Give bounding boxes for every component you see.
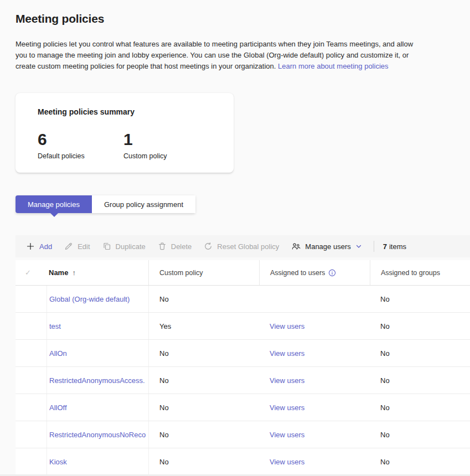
column-header-assigned-groups: Assigned to groups <box>370 260 470 285</box>
policy-name-cell: AllOn <box>47 340 148 366</box>
table-row[interactable]: Global (Org-wide default) No No <box>16 286 470 313</box>
stat-custom-policy: 1 Custom policy <box>123 131 209 160</box>
assigned-groups-cell: No <box>370 286 470 312</box>
policy-name-cell: test <box>47 313 148 339</box>
toolbar: Add Edit Duplicate Delete Reset Global p… <box>16 235 470 257</box>
column-header-assigned-users-label: Assigned to users <box>270 269 325 277</box>
stat-default-policies: 6 Default policies <box>38 131 123 160</box>
items-count-label: items <box>389 242 406 251</box>
delete-button-label: Delete <box>171 242 192 251</box>
custom-policy-cell: No <box>148 367 259 394</box>
custom-policy-cell: No <box>148 421 259 448</box>
assigned-users-cell: View users <box>259 313 370 339</box>
plus-icon <box>26 242 35 251</box>
custom-policy-cell: No <box>148 286 259 312</box>
policy-name-cell: Global (Org-wide default) <box>47 286 148 312</box>
manage-users-label: Manage users <box>305 242 350 251</box>
custom-policy-cell: No <box>148 394 259 421</box>
table-row[interactable]: RestrictedAnonymousNoReco No View users … <box>16 421 470 448</box>
custom-policy-cell: No <box>148 448 259 475</box>
description-line: Meeting policies let you control what fe… <box>16 39 454 50</box>
table-row[interactable]: AllOff No View users No <box>16 394 470 421</box>
stat-label: Custom policy <box>123 152 209 160</box>
assigned-users-cell: View users <box>259 448 370 475</box>
table-header: ✓ Name ↑ Custom policy Assigned to users… <box>16 260 470 286</box>
duplicate-button[interactable]: Duplicate <box>96 237 152 255</box>
learn-more-link[interactable]: Learn more about meeting policies <box>278 62 388 70</box>
column-header-name[interactable]: Name ↑ <box>47 260 148 285</box>
duplicate-button-label: Duplicate <box>116 242 146 251</box>
page-description: Meeting policies let you control what fe… <box>16 39 454 72</box>
delete-button[interactable]: Delete <box>152 237 198 255</box>
chevron-down-icon <box>355 243 362 250</box>
custom-policy-cell: No <box>148 340 259 366</box>
summary-card-title: Meeting policies summary <box>38 107 234 116</box>
table-row[interactable]: RestrictedAnonymousAccess. No View users… <box>16 367 470 394</box>
stat-value: 1 <box>123 131 209 148</box>
pencil-icon <box>64 242 73 251</box>
add-button[interactable]: Add <box>20 237 58 255</box>
column-header-custom-policy: Custom policy <box>148 260 259 285</box>
policy-name-link[interactable]: RestrictedAnonymousAccess. <box>49 376 145 385</box>
table-row[interactable]: test Yes View users No <box>16 313 470 340</box>
view-users-link[interactable]: View users <box>270 458 304 466</box>
reset-icon <box>204 242 213 251</box>
policy-name-link[interactable]: AllOff <box>49 403 67 412</box>
policy-name-cell: AllOff <box>47 394 148 421</box>
policy-name-link[interactable]: RestrictedAnonymousNoReco <box>49 431 146 439</box>
policy-name-link[interactable]: Kiosk <box>49 458 67 466</box>
info-icon[interactable] <box>328 269 336 277</box>
tab-manage-policies[interactable]: Manage policies <box>16 195 92 213</box>
view-users-link[interactable]: View users <box>270 376 304 385</box>
tab-bar: Manage policies Group policy assignment <box>16 195 195 213</box>
manage-users-button[interactable]: Manage users <box>285 237 368 255</box>
policies-table: ✓ Name ↑ Custom policy Assigned to users… <box>16 260 470 475</box>
assigned-users-cell <box>259 286 370 312</box>
column-header-assigned-users: Assigned to users <box>259 260 370 285</box>
assigned-users-cell: View users <box>259 421 370 448</box>
assigned-groups-cell: No <box>370 313 470 339</box>
people-icon <box>291 242 301 251</box>
row-checkbox-cell <box>16 367 47 394</box>
row-checkbox-cell <box>16 340 47 366</box>
policy-name-cell: RestrictedAnonymousNoReco <box>47 421 148 448</box>
description-line: create custom meeting policies for peopl… <box>16 62 276 70</box>
select-all-checkmark-icon[interactable]: ✓ <box>16 260 47 285</box>
sort-ascending-icon: ↑ <box>72 268 76 277</box>
row-checkbox-cell <box>16 286 47 312</box>
row-checkbox-cell <box>16 313 47 339</box>
edit-button-label: Edit <box>78 242 90 251</box>
policy-name-cell: RestrictedAnonymousAccess. <box>47 367 148 394</box>
table-row[interactable]: AllOn No View users No <box>16 340 470 367</box>
summary-stats: 6 Default policies 1 Custom policy <box>38 131 234 160</box>
table-row[interactable]: Kiosk No View users No <box>16 448 470 475</box>
row-checkbox-cell <box>16 448 47 475</box>
view-users-link[interactable]: View users <box>270 349 304 358</box>
policy-name-cell: Kiosk <box>47 448 148 475</box>
policy-name-link[interactable]: AllOn <box>49 349 67 358</box>
policy-name-link[interactable]: test <box>49 322 61 330</box>
tab-group-policy-assignment[interactable]: Group policy assignment <box>92 195 195 213</box>
add-button-label: Add <box>39 242 52 251</box>
toolbar-divider <box>374 241 374 252</box>
policy-name-link[interactable]: Global (Org-wide default) <box>49 295 130 303</box>
stat-value: 6 <box>38 131 123 148</box>
summary-card: Meeting policies summary 6 Default polic… <box>16 93 234 173</box>
view-users-link[interactable]: View users <box>270 431 304 439</box>
assigned-groups-cell: No <box>370 340 470 366</box>
assigned-users-cell: View users <box>259 340 370 366</box>
row-checkbox-cell <box>16 394 47 421</box>
row-checkbox-cell <box>16 421 47 448</box>
view-users-link[interactable]: View users <box>270 403 304 412</box>
view-users-link[interactable]: View users <box>270 322 304 330</box>
edit-button[interactable]: Edit <box>58 237 96 255</box>
stat-label: Default policies <box>38 152 123 160</box>
copy-icon <box>102 242 111 251</box>
assigned-users-cell: View users <box>259 394 370 421</box>
description-line: you to manage the meeting join and lobby… <box>16 50 454 61</box>
assigned-groups-cell: No <box>370 367 470 394</box>
custom-policy-cell: Yes <box>148 313 259 339</box>
active-tab-caret <box>50 213 58 217</box>
column-header-name-label: Name <box>49 268 68 277</box>
reset-global-policy-button[interactable]: Reset Global policy <box>198 237 285 255</box>
